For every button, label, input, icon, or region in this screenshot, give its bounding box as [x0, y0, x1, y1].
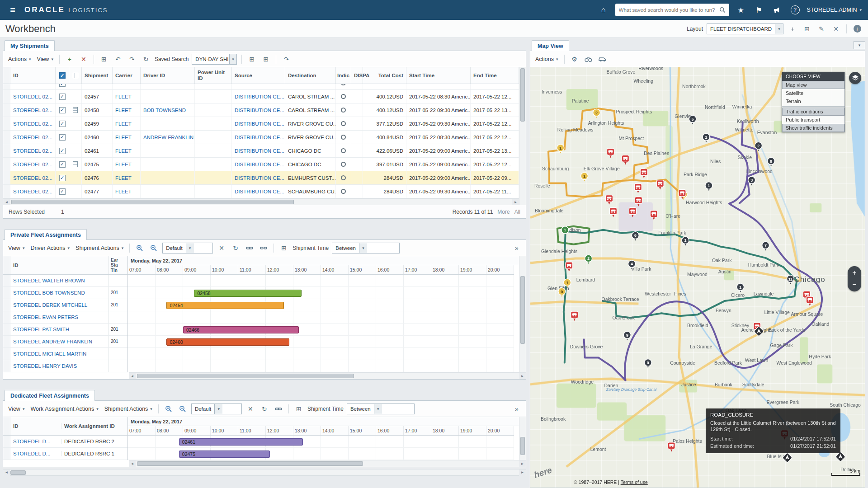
col-end-time[interactable]: End Time	[471, 67, 519, 84]
tab-my-shipments[interactable]: My Shipments	[5, 40, 55, 51]
workbench-bottom-scrollbar[interactable]: ◄ ►	[3, 469, 526, 476]
gantt-col-id[interactable]: ID	[10, 263, 108, 268]
scroll-right-icon[interactable]: ►	[519, 460, 526, 467]
row-checkbox[interactable]	[59, 121, 66, 127]
carrier-link[interactable]: FLEET	[115, 162, 132, 167]
col-start-time[interactable]: Start Time	[406, 67, 471, 84]
shipment-row[interactable]: STOREDEL 02...02475FLEETDISTRIBUTION CE.…	[3, 158, 519, 171]
zoom-out-icon[interactable]	[148, 243, 159, 253]
add-layout-icon[interactable]: +	[787, 23, 798, 34]
choose-view-option-satellite[interactable]: Satellite	[782, 89, 844, 97]
driver-id-link[interactable]: STOREDEL DEREK MITCHELL	[10, 302, 108, 308]
shipment-id-link[interactable]: STOREDEL 02...	[13, 189, 52, 194]
scroll-thumb[interactable]	[11, 200, 294, 204]
expand-toolbar-icon[interactable]: »	[511, 404, 522, 414]
map-layers-icon[interactable]	[849, 72, 861, 84]
shipment-time-select[interactable]: Between ▾	[347, 404, 415, 414]
tab-private-fleet-assignments[interactable]: Private Fleet Assignments	[5, 229, 87, 240]
shipments-vscrollbar[interactable]	[519, 67, 526, 205]
scroll-thumb[interactable]	[520, 276, 525, 344]
tab-map-view[interactable]: Map View	[532, 40, 569, 51]
dfa-grid[interactable]: 0246102475	[128, 436, 514, 460]
shipment-row[interactable]: STOREDEL 02...02457FLEETDISTRIBUTION CE.…	[3, 90, 519, 103]
gantt-col-earliest-start[interactable]: Ear Sta Tin	[108, 256, 127, 274]
gantt-bar-02460[interactable]: 02460	[166, 338, 289, 346]
driver-id-link[interactable]: STOREDEL MICHAEL MARTIN	[10, 351, 108, 357]
gantt-preset-select[interactable]: Default ▾	[162, 243, 213, 253]
refresh-icon[interactable]: ↻	[259, 404, 270, 414]
carrier-link[interactable]: FLEET	[115, 148, 132, 154]
table-view-icon[interactable]: ⊞	[278, 243, 289, 253]
apply-icon[interactable]: ↷	[281, 54, 292, 65]
panel-collapse-control[interactable]: ▾	[854, 41, 865, 49]
driver-actions-menu[interactable]: Driver Actions▾	[29, 244, 71, 252]
scroll-thumb[interactable]	[137, 461, 363, 466]
shipment-id-link[interactable]: STOREDEL 02...	[13, 121, 52, 127]
shipment-actions-menu[interactable]: Shipment Actions▾	[103, 405, 154, 413]
row-checkbox[interactable]	[59, 134, 66, 141]
undo-icon[interactable]: ↶	[113, 54, 123, 65]
scroll-right-icon[interactable]: ►	[519, 469, 526, 476]
shipment-id-link[interactable]: STOREDEL 02...	[13, 108, 52, 113]
col-driver-id[interactable]: Driver ID	[141, 67, 195, 84]
copy-layout-icon[interactable]: ⊞	[802, 23, 812, 34]
pfa-driver-row[interactable]: STOREDEL WALTER BROWN	[3, 275, 127, 287]
shipments-hscrollbar[interactable]: ◄ ►	[3, 198, 519, 205]
row-checkbox[interactable]	[59, 107, 66, 113]
gantt-bar-02466[interactable]: 02466	[183, 326, 299, 333]
pfa-driver-row[interactable]: STOREDEL PAT SMITH201	[3, 324, 127, 336]
user-menu[interactable]: STOREDEL.ADMIN ▾	[807, 7, 862, 13]
driver-link[interactable]: ANDREW FRANKLIN	[143, 135, 193, 140]
shipment-id-link[interactable]: STOREDEL 02...	[13, 175, 52, 181]
zoom-out-icon[interactable]	[177, 404, 188, 414]
terms-of-use-link[interactable]: Terms of use	[621, 479, 648, 485]
link-icon[interactable]	[244, 243, 255, 253]
scroll-left-icon[interactable]: ◄	[3, 469, 10, 476]
dfa-resource-row[interactable]: STOREDEL D...DEDICATED RSRC 1	[3, 448, 127, 460]
scroll-thumb[interactable]	[137, 374, 354, 378]
pfa-driver-row[interactable]: STOREDEL EVAN PETERS	[3, 311, 127, 324]
source-link[interactable]: DISTRIBUTION CE...	[235, 108, 284, 113]
source-link[interactable]: DISTRIBUTION CE...	[235, 148, 284, 154]
shipment-row[interactable]: STOREDEL 02...02476FLEETDISTRIBUTION CE.…	[3, 171, 519, 185]
saved-search-select[interactable]: DYN-DAY SHI ▾	[192, 54, 237, 65]
driver-id-link[interactable]: STOREDEL BOB TOWNSEND	[10, 290, 108, 296]
shipment-id-link[interactable]: STOREDEL 02...	[13, 148, 52, 154]
carrier-link[interactable]: FLEET	[115, 108, 132, 113]
tab-dedicated-fleet-assignments[interactable]: Dedicated Fleet Assignments	[5, 390, 95, 401]
carrier-link[interactable]: FLEET	[115, 94, 132, 99]
flag-icon[interactable]: ⚑	[753, 4, 765, 16]
actions-menu[interactable]: Actions▾	[534, 55, 560, 63]
choose-view-option-public-transport[interactable]: Public transport	[782, 116, 844, 124]
clear-icon[interactable]: ✕	[245, 404, 256, 414]
scroll-right-icon[interactable]: ►	[519, 373, 526, 379]
map-binoculars-icon[interactable]	[583, 54, 594, 65]
row-checkbox[interactable]	[59, 175, 66, 181]
col-carrier[interactable]: Carrier	[113, 67, 141, 84]
source-link[interactable]: DISTRIBUTION CE...	[235, 135, 284, 140]
choose-view-option-show-traffic-incidents[interactable]: Show traffic incidents	[782, 124, 844, 132]
col-indicators[interactable]: Indic	[336, 67, 351, 84]
shipment-row[interactable]: STOREDEL 02...02477FLEETDISTRIBUTION CE.…	[3, 185, 519, 198]
all-link[interactable]: All	[514, 209, 520, 215]
driver-id-link[interactable]: STOREDEL EVAN PETERS	[10, 314, 108, 320]
shipment-row[interactable]: STOREDEL 02...02459FLEETDISTRIBUTION CE.…	[3, 117, 519, 131]
zoom-in-icon[interactable]	[163, 404, 174, 414]
shipment-row[interactable]	[3, 84, 519, 90]
pfa-vscrollbar[interactable]	[519, 256, 526, 372]
carrier-link[interactable]: FLEET	[115, 189, 132, 194]
dfa-resource-row[interactable]: STOREDEL D...DEDICATED RSRC 2	[3, 436, 127, 448]
help-icon[interactable]: ?	[789, 4, 802, 16]
carrier-link[interactable]: FLEET	[115, 175, 132, 181]
table-view-icon[interactable]: ⊞	[293, 404, 304, 414]
choose-view-option-terrain[interactable]: Terrain	[782, 97, 844, 105]
col-destination[interactable]: Destination	[285, 67, 336, 84]
work-assignment-actions-menu[interactable]: Work Assignment Actions▾	[29, 405, 99, 413]
shipment-id-link[interactable]: STOREDEL 02...	[13, 94, 52, 99]
driver-id-link[interactable]: STOREDEL PAT SMITH	[10, 327, 108, 332]
driver-link[interactable]: BOB TOWNSEND	[143, 108, 186, 113]
select-all-checkbox[interactable]	[59, 72, 66, 79]
carrier-link[interactable]: FLEET	[115, 135, 132, 140]
source-link[interactable]: DISTRIBUTION CE...	[235, 175, 284, 181]
pfa-driver-row[interactable]: STOREDEL HENRY DAVIS	[3, 360, 127, 372]
